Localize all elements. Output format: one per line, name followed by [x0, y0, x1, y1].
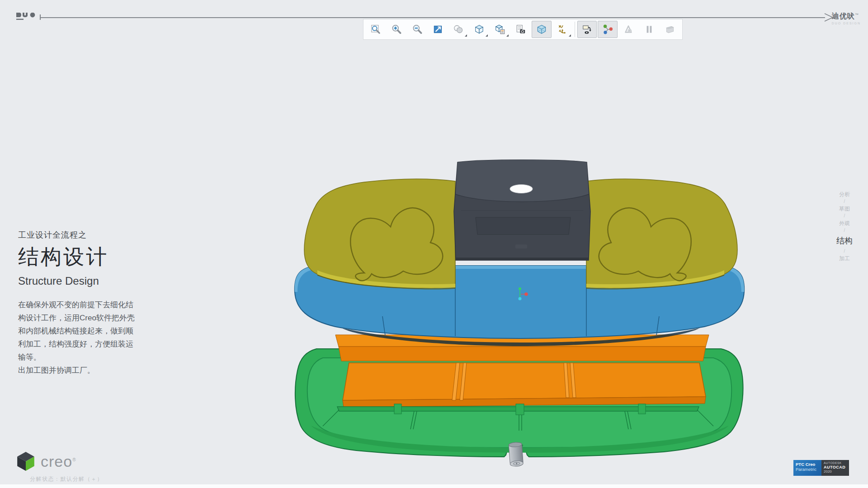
nav-item-sketch[interactable]: 草图 — [830, 205, 859, 212]
dropdown-caret-icon[interactable] — [486, 34, 488, 37]
dropdown-caret-icon[interactable] — [465, 34, 467, 37]
display-style-button[interactable] — [469, 21, 489, 38]
nav-separator: / — [830, 212, 859, 220]
annotation-display-button[interactable] — [577, 21, 597, 38]
dropdown-caret-icon[interactable] — [506, 34, 509, 37]
page-title: 结构设计 — [18, 243, 149, 271]
exploded-model-viewport[interactable] — [289, 154, 755, 474]
creo-logo-text: creo — [41, 453, 72, 470]
play-disabled-button — [618, 21, 638, 38]
creo-reg-mark: ® — [72, 457, 76, 462]
creo-cube-icon — [16, 451, 35, 472]
box-top-hole — [510, 185, 533, 193]
autocad-badge-line2: AUTOCAD — [824, 465, 847, 469]
nav-item-appearance[interactable]: 外观 — [830, 220, 859, 227]
pause-disabled-button — [639, 21, 659, 38]
paragraph-line: 利加工，结构强度好，方便组装运 — [18, 338, 149, 351]
software-badges: PTC Creo Parametric AUTODESK AUTOCAD 202… — [793, 460, 849, 476]
part-inner-box[interactable] — [454, 160, 590, 260]
view-manager-button[interactable] — [511, 21, 531, 38]
nav-item-analysis[interactable]: 分析 — [830, 191, 859, 198]
part-roller-cylinder[interactable] — [509, 442, 524, 467]
bottom-strip — [0, 484, 868, 488]
autocad-badge-line1: AUTODESK — [824, 461, 847, 465]
process-step-nav: 分析 / 草图 / 外观 / 结构 / 加工 — [830, 191, 859, 262]
paragraph-line: 输等。 — [18, 351, 149, 364]
explode-status-text: 分解状态：默认分解（＋） — [30, 475, 103, 483]
duo-logo-icon — [16, 13, 35, 22]
brand-right: 迪优吠™ DUO DESIGN — [832, 13, 861, 25]
zoom-in-button[interactable] — [387, 21, 406, 38]
duo-logo — [16, 13, 35, 23]
autocad-badge-line3: 2020 — [824, 469, 847, 474]
exploded-view-button[interactable] — [598, 21, 618, 38]
brand-right-name: 迪优吠 — [832, 12, 855, 20]
autocad-badge: AUTODESK AUTOCAD 2020 — [821, 460, 849, 476]
paragraph-line: 构设计工作，运用Creo软件把外壳 — [18, 311, 149, 324]
paragraph-line: 在确保外观不变的前提下去细化结 — [18, 298, 149, 311]
ptc-badge-line2: Parametric — [796, 467, 819, 472]
stop-disabled-button — [660, 21, 680, 38]
zoom-region-button[interactable] — [366, 21, 386, 38]
nav-separator: / — [830, 198, 859, 205]
brand-trademark: ™ — [855, 13, 859, 17]
description-paragraph: 在确保外观不变的前提下去细化结 构设计工作，运用Creo软件把外壳 和内部机械结… — [18, 298, 149, 377]
ptc-badge-line1: PTC Creo — [796, 462, 819, 467]
saved-orientations-button[interactable] — [490, 21, 510, 38]
ptc-creo-badge: PTC Creo Parametric — [793, 460, 821, 476]
eyebrow-title: 工业设计全流程之 — [18, 230, 149, 240]
toolbar-separator — [575, 22, 575, 37]
brand-right-tagline: DUO DESIGN — [832, 22, 861, 25]
transparent-display-button[interactable] — [532, 21, 552, 38]
paragraph-line: 和内部机械结构链接起来，做到顺 — [18, 324, 149, 338]
nav-item-machining[interactable]: 加工 — [830, 255, 859, 262]
left-text-panel: 工业设计全流程之 结构设计 Structure Design 在确保外观不变的前… — [18, 230, 149, 377]
dropdown-caret-icon[interactable] — [569, 34, 571, 37]
page-subtitle: Structure Design — [18, 275, 149, 287]
nav-item-structure-active[interactable]: 结构 — [830, 234, 859, 248]
nav-separator: / — [830, 248, 859, 255]
zoom-out-button[interactable] — [407, 21, 427, 38]
nav-separator: / — [830, 227, 859, 234]
graphics-toolbar — [363, 19, 683, 40]
refit-button[interactable] — [428, 21, 448, 38]
paragraph-line: 出加工图并协调工厂。 — [18, 364, 149, 377]
creo-logo: creo® — [16, 451, 76, 472]
datum-display-button[interactable] — [552, 21, 572, 38]
creo-presentation-screen: { "brand": { "logo_text": "DUO", "brand_… — [0, 0, 868, 488]
appearance-gallery-button[interactable] — [448, 21, 468, 38]
timeline-line — [40, 17, 825, 18]
